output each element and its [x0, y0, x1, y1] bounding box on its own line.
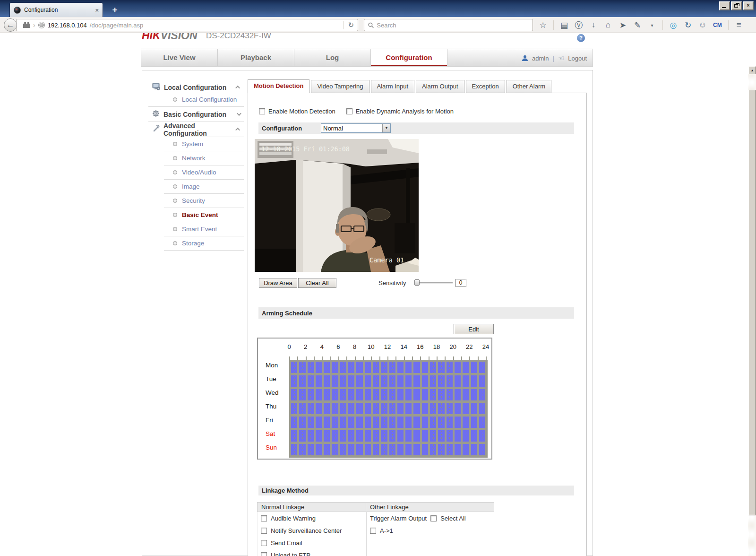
configuration-select[interactable]: Normal ▼: [321, 123, 391, 133]
schedule-cell[interactable]: [479, 362, 485, 373]
schedule-cell[interactable]: [356, 375, 362, 387]
schedule-cell[interactable]: [422, 389, 428, 400]
schedule-cell[interactable]: [422, 430, 428, 442]
reload-icon[interactable]: ↻: [344, 21, 354, 29]
alarm-output-checkbox[interactable]: [370, 528, 376, 534]
schedule-cell[interactable]: [324, 444, 330, 455]
schedule-cell[interactable]: [291, 362, 297, 373]
upload-to-ftp-checkbox[interactable]: [261, 552, 267, 556]
schedule-cell[interactable]: [340, 444, 346, 455]
schedule-cell[interactable]: [430, 444, 436, 455]
schedule-cell[interactable]: [356, 417, 362, 428]
sidebar-group-advanced-configuration[interactable]: Advanced Configuration: [148, 123, 244, 136]
sidebar-item-network[interactable]: Network: [148, 152, 244, 164]
sidebar-item-image[interactable]: Image: [148, 181, 244, 192]
schedule-cell[interactable]: [405, 389, 412, 400]
schedule-cell[interactable]: [340, 375, 346, 387]
window-close-button[interactable]: ×: [743, 1, 754, 10]
schedule-cell[interactable]: [373, 403, 379, 414]
schedule-cell[interactable]: [389, 430, 395, 442]
sidebar-item-basic-event[interactable]: Basic Event: [148, 209, 244, 221]
schedule-cell[interactable]: [430, 362, 436, 373]
sidebar-group-local-configuration[interactable]: Local Configuration: [148, 81, 244, 94]
schedule-cell[interactable]: [430, 430, 436, 442]
schedule-cell[interactable]: [463, 403, 469, 414]
schedule-cell[interactable]: [471, 375, 477, 387]
schedule-cell[interactable]: [438, 430, 444, 442]
download-icon[interactable]: ↓: [589, 20, 598, 30]
schedule-cell[interactable]: [308, 444, 314, 455]
schedule-cell[interactable]: [365, 375, 371, 387]
reading-list-icon[interactable]: ▤: [560, 20, 568, 30]
schedule-cell[interactable]: [422, 444, 428, 455]
schedule-cell[interactable]: [389, 417, 395, 428]
sensitivity-slider-thumb[interactable]: [414, 279, 420, 286]
schedule-cell[interactable]: [397, 444, 404, 455]
sensitivity-slider[interactable]: [415, 282, 453, 284]
schedule-cell[interactable]: [291, 389, 297, 400]
schedule-cell[interactable]: [405, 403, 412, 414]
home-icon[interactable]: ⌂: [604, 20, 612, 30]
schedule-cell[interactable]: [471, 430, 477, 442]
schedule-cell[interactable]: [291, 417, 297, 428]
schedule-cell[interactable]: [316, 430, 322, 442]
schedule-cell[interactable]: [381, 403, 387, 414]
schedule-cell[interactable]: [308, 375, 314, 387]
schedule-cell[interactable]: [308, 362, 314, 373]
schedule-cell[interactable]: [471, 417, 477, 428]
overflow-caret-icon[interactable]: ▾: [648, 23, 656, 28]
send-email-checkbox[interactable]: [261, 540, 267, 546]
edit-schedule-button[interactable]: Edit: [454, 324, 494, 334]
menu-hamburger-icon[interactable]: ≡: [735, 20, 743, 30]
schedule-cell[interactable]: [389, 375, 395, 387]
schedule-cell[interactable]: [381, 430, 387, 442]
schedule-cell[interactable]: [348, 389, 354, 400]
schedule-cell[interactable]: [324, 375, 330, 387]
schedule-cell[interactable]: [373, 375, 379, 387]
schedule-cell[interactable]: [413, 362, 420, 373]
schedule-cell[interactable]: [348, 403, 354, 414]
schedule-cell[interactable]: [308, 430, 314, 442]
schedule-cell[interactable]: [324, 389, 330, 400]
clear-all-button[interactable]: Clear All: [298, 278, 336, 288]
audible-warning-checkbox[interactable]: [261, 515, 267, 521]
pencil-addon-icon[interactable]: ✎: [633, 20, 642, 30]
schedule-cell[interactable]: [365, 362, 371, 373]
window-restore-button[interactable]: [731, 1, 742, 10]
schedule-cell[interactable]: [348, 444, 354, 455]
enable-dynamic-analysis-checkbox[interactable]: [346, 108, 352, 114]
schedule-cell[interactable]: [324, 362, 330, 373]
schedule-cell[interactable]: [389, 444, 395, 455]
tab-video-tampering[interactable]: Video Tampering: [311, 80, 369, 93]
schedule-cell[interactable]: [389, 362, 395, 373]
sidebar-item-local-configuration[interactable]: Local Configuration: [148, 94, 244, 105]
schedule-cell[interactable]: [291, 444, 297, 455]
schedule-cell[interactable]: [455, 389, 461, 400]
schedule-cell[interactable]: [356, 362, 362, 373]
enable-motion-detection-checkbox[interactable]: [259, 108, 265, 114]
schedule-cell[interactable]: [413, 403, 420, 414]
schedule-cell[interactable]: [479, 389, 485, 400]
schedule-cell[interactable]: [479, 403, 485, 414]
schedule-cell[interactable]: [316, 444, 322, 455]
schedule-cell[interactable]: [332, 430, 338, 442]
schedule-cell[interactable]: [316, 362, 322, 373]
schedule-cell[interactable]: [356, 389, 362, 400]
scrollbar-thumb[interactable]: [748, 90, 756, 515]
schedule-cell[interactable]: [471, 389, 477, 400]
schedule-cell[interactable]: [479, 430, 485, 442]
nav-tab-playback[interactable]: Playback: [218, 49, 294, 66]
smiley-addon-icon[interactable]: ☺: [698, 20, 707, 30]
schedule-cell[interactable]: [340, 403, 346, 414]
schedule-cell[interactable]: [422, 375, 428, 387]
draw-area-button[interactable]: Draw Area: [259, 278, 297, 288]
schedule-cell[interactable]: [324, 417, 330, 428]
schedule-cell[interactable]: [455, 430, 461, 442]
schedule-cell[interactable]: [291, 375, 297, 387]
schedule-cell[interactable]: [381, 362, 387, 373]
schedule-cell[interactable]: [447, 362, 453, 373]
schedule-cell[interactable]: [455, 444, 461, 455]
schedule-cell[interactable]: [373, 417, 379, 428]
window-minimize-button[interactable]: [719, 1, 730, 10]
schedule-cell[interactable]: [332, 375, 338, 387]
